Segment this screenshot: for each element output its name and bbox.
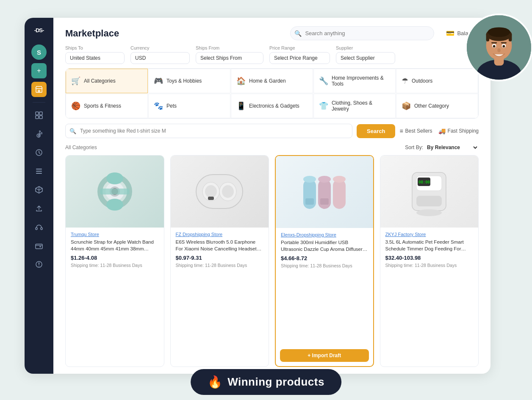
supplier-select[interactable]: Select Supplier <box>336 52 395 64</box>
sort-by-label: Sort By: <box>405 144 423 150</box>
svg-point-13 <box>503 45 505 47</box>
category-item-other[interactable]: 📦 Other Category <box>396 94 478 118</box>
sidebar-item-add[interactable]: + <box>31 63 47 78</box>
sidebar-item-upload[interactable] <box>31 201 47 216</box>
svg-rect-24 <box>36 169 42 169</box>
header: Marketplace 🔍 💳 Balance: <box>53 18 490 45</box>
product-price-p1: $1.26-4.08 <box>71 255 159 261</box>
sidebar-divider-1 <box>33 102 45 103</box>
winning-products-banner[interactable]: 🔥 Winning products <box>191 369 341 395</box>
sidebar-item-tiktok[interactable] <box>31 126 47 142</box>
svg-rect-8 <box>486 33 490 42</box>
ships-from-filter: Ships From Select Ships From <box>196 45 263 64</box>
best-sellers-badge[interactable]: ≡ Best Sellers <box>399 128 432 134</box>
ships-to-select[interactable]: United States <box>65 52 125 64</box>
product-card-p1[interactable]: Trumqu Store Scrunchie Strap for Apple W… <box>65 155 164 367</box>
product-card-p4[interactable]: 08:00 ZKYJ Factory Store 3.5L 6L Automat… <box>380 155 479 367</box>
product-card-p3[interactable]: Elenxs-Dropshipping Store Portable 300ml… <box>275 155 374 367</box>
sidebar-item-wallet[interactable] <box>31 238 47 253</box>
category-label-outdoors: Outdoors <box>412 78 432 84</box>
svg-rect-36 <box>100 189 130 194</box>
category-item-sports[interactable]: 🏀 Sports & Fitness <box>66 94 148 118</box>
product-store-p1[interactable]: Trumqu Store <box>71 232 159 237</box>
user-avatar[interactable] <box>465 14 532 81</box>
category-label-all: All Categories <box>84 78 116 84</box>
product-store-p4[interactable]: ZKYJ Factory Store <box>385 232 474 237</box>
product-info-p2: FZ Dropshipping Store E6S Wireless Bluтo… <box>171 228 269 367</box>
category-icon-electronics: 📱 <box>236 101 246 111</box>
product-shipping-p1: Shipping time: 11-28 Business Days <box>71 263 159 268</box>
category-item-outdoors[interactable]: ☂ Outdoors <box>396 69 478 93</box>
category-label: All Categories <box>65 144 97 150</box>
search-input[interactable] <box>290 26 434 40</box>
category-label-other: Other Category <box>414 103 449 109</box>
sidebar-item-list[interactable] <box>31 164 47 179</box>
category-item-pets[interactable]: 🐾 Pets <box>148 94 230 118</box>
category-item-all[interactable]: 🛒 All Categories <box>66 69 148 93</box>
product-info-p3: Elenxs-Dropshipping Store Portable 300ml… <box>276 228 373 349</box>
sidebar-item-badge[interactable] <box>31 257 47 272</box>
sidebar-item-products[interactable] <box>31 108 47 123</box>
svg-point-16 <box>497 48 501 53</box>
product-search-input[interactable] <box>65 124 352 138</box>
product-info-p1: Trumqu Store Scrunchie Strap for Apple W… <box>66 228 164 367</box>
price-range-select[interactable]: Select Price Range <box>269 52 330 64</box>
svg-rect-28 <box>41 228 42 230</box>
product-shipping-p2: Shipping time: 11-28 Business Days <box>176 263 264 268</box>
currency-label: Currency <box>130 45 190 50</box>
product-shipping-p4: Shipping time: 11-28 Business Days <box>385 263 474 268</box>
page-title: Marketplace <box>65 28 119 39</box>
fast-shipping-label: Fast Shipping <box>448 128 479 134</box>
category-label-sports: Sports & Fitness <box>84 103 121 109</box>
category-icon-home-tools: 🔧 <box>319 76 328 86</box>
sidebar-item-avatar[interactable]: S <box>31 44 47 60</box>
sort-area: Sort By: By Relevance Price: Low to High… <box>405 144 479 151</box>
ships-to-filter: Ships To United States <box>65 45 125 64</box>
product-store-p3[interactable]: Elenxs-Dropshipping Store <box>281 232 368 237</box>
product-price-p4: $32.40-103.98 <box>385 255 474 261</box>
svg-point-31 <box>39 266 39 267</box>
sidebar: -DS- S + <box>25 18 53 374</box>
product-image-p4: 08:00 <box>380 156 479 228</box>
category-item-electronics[interactable]: 📱 Electronics & Gadgets <box>231 94 313 118</box>
products-grid: Trumqu Store Scrunchie Strap for Apple W… <box>53 155 490 374</box>
ships-from-select[interactable]: Select Ships From <box>196 52 263 64</box>
sidebar-item-support[interactable] <box>31 219 47 235</box>
svg-rect-21 <box>36 116 39 119</box>
sidebar-item-box[interactable] <box>31 182 47 197</box>
category-item-home[interactable]: 🏠 Home & Garden <box>231 69 313 93</box>
svg-rect-27 <box>36 228 37 230</box>
category-label-clothing: Clothing, Shoes & Jewelry <box>332 100 390 112</box>
best-sellers-icon: ≡ <box>399 128 403 134</box>
product-title-p4: 3.5L 6L Automatic Pet Feeder Smart Sched… <box>385 239 474 252</box>
category-label-pets: Pets <box>166 103 177 109</box>
filters-row: Ships To United States Currency USD Ship… <box>53 45 490 68</box>
main-content: Marketplace 🔍 💳 Balance: Ships To United… <box>53 18 490 374</box>
svg-rect-22 <box>39 116 42 119</box>
import-draft-button-p3[interactable]: + Import Draft <box>280 349 369 362</box>
category-icon-other: 📦 <box>402 101 411 111</box>
svg-rect-47 <box>333 179 346 209</box>
fast-shipping-badge[interactable]: 🚚 Fast Shipping <box>438 128 479 134</box>
product-image-p2 <box>171 156 269 228</box>
product-store-p2[interactable]: FZ Dropshipping Store <box>176 232 264 237</box>
category-label-toys: Toys & Hobbies <box>166 78 202 84</box>
category-item-toys[interactable]: 🎮 Toys & Hobbies <box>148 69 230 93</box>
svg-rect-26 <box>36 173 42 174</box>
svg-rect-44 <box>208 197 214 200</box>
product-price-p3: $4.66-8.72 <box>281 255 368 261</box>
category-item-home-tools[interactable]: 🔧 Home Improvements & Tools <box>313 69 396 93</box>
svg-rect-14 <box>491 42 497 44</box>
search-button[interactable]: Search <box>357 124 395 138</box>
svg-rect-25 <box>36 171 42 172</box>
category-item-clothing[interactable]: 👕 Clothing, Shoes & Jewelry <box>313 94 396 118</box>
fire-icon: 🔥 <box>208 375 222 389</box>
sidebar-logo: -DS- <box>30 25 48 36</box>
sidebar-item-orders[interactable] <box>31 145 47 160</box>
category-label-home: Home & Garden <box>249 78 286 84</box>
currency-select[interactable]: USD <box>130 52 190 64</box>
svg-point-42 <box>205 185 217 198</box>
sort-select[interactable]: By Relevance Price: Low to High Price: H… <box>425 144 479 151</box>
sidebar-item-store[interactable] <box>31 82 47 97</box>
product-card-p2[interactable]: FZ Dropshipping Store E6S Wireless Bluтo… <box>170 155 269 367</box>
